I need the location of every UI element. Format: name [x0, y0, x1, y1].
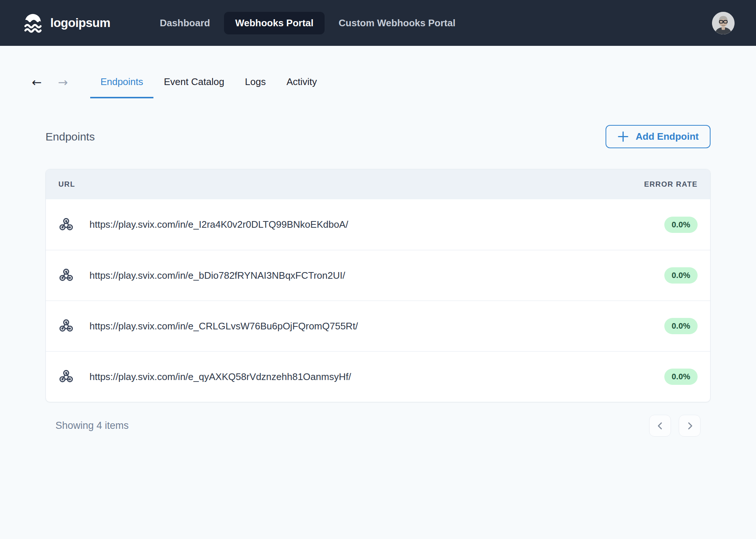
previous-page-button[interactable]: [649, 415, 671, 437]
error-rate-badge: 0.0%: [664, 217, 698, 233]
logo[interactable]: logoipsum: [21, 11, 110, 34]
endpoints-table: URL ERROR RATE: [45, 169, 711, 402]
page-title: Endpoints: [45, 130, 95, 143]
tab-activity[interactable]: Activity: [276, 75, 327, 98]
logo-text: logoipsum: [50, 16, 110, 30]
webhook-icon: [58, 268, 74, 283]
add-endpoint-label: Add Endpoint: [636, 131, 699, 142]
endpoint-url: https://play.svix.com/in/e_I2ra4K0v2r0DL…: [89, 219, 348, 230]
pagination: [649, 415, 701, 437]
error-rate-badge: 0.0%: [664, 267, 698, 284]
tab-event-catalog[interactable]: Event Catalog: [153, 75, 234, 98]
error-rate-badge: 0.0%: [664, 318, 698, 334]
plus-icon: [617, 131, 629, 142]
table-header: URL ERROR RATE: [46, 169, 710, 199]
avatar[interactable]: [712, 12, 735, 34]
table-row[interactable]: https://play.svix.com/in/e_I2ra4K0v2r0DL…: [46, 199, 710, 250]
chevron-right-icon: [685, 421, 695, 431]
table-row[interactable]: https://play.svix.com/in/e_qyAXKQ58rVdzn…: [46, 351, 710, 402]
tab-bar: ← → Endpoints Event Catalog Logs Activit…: [0, 75, 756, 98]
column-header-error-rate: ERROR RATE: [644, 180, 698, 189]
nav-item-dashboard[interactable]: Dashboard: [149, 12, 221, 34]
primary-nav: Dashboard Webhooks Portal Custom Webhook…: [149, 12, 467, 34]
next-page-button[interactable]: [679, 415, 701, 437]
main-content: Endpoints Add Endpoint URL ERROR RATE: [0, 125, 756, 437]
webhook-icon: [58, 318, 74, 334]
top-navbar: logoipsum Dashboard Webhooks Portal Cust…: [0, 0, 756, 46]
error-rate-badge: 0.0%: [664, 369, 698, 385]
items-count-summary: Showing 4 items: [55, 420, 129, 431]
tab-logs[interactable]: Logs: [235, 75, 276, 98]
endpoint-url: https://play.svix.com/in/e_qyAXKQ58rVdzn…: [89, 371, 351, 383]
webhook-icon: [58, 217, 74, 233]
endpoint-url: https://play.svix.com/in/e_bDio782fRYNAI…: [89, 270, 345, 281]
logo-waves-icon: [21, 11, 44, 34]
back-button[interactable]: ←: [32, 76, 42, 98]
endpoint-url: https://play.svix.com/in/e_CRLGLvsW76Bu6…: [89, 321, 358, 332]
forward-button[interactable]: →: [58, 76, 68, 98]
user-photo-icon: [712, 12, 735, 34]
column-header-url: URL: [58, 180, 75, 189]
webhook-icon: [58, 369, 74, 384]
tab-endpoints[interactable]: Endpoints: [90, 75, 154, 98]
table-footer: Showing 4 items: [45, 415, 711, 437]
table-row[interactable]: https://play.svix.com/in/e_bDio782fRYNAI…: [46, 250, 710, 301]
nav-item-custom-webhooks-portal[interactable]: Custom Webhooks Portal: [328, 12, 467, 34]
nav-item-webhooks-portal[interactable]: Webhooks Portal: [224, 12, 325, 34]
chevron-left-icon: [655, 421, 665, 431]
table-row[interactable]: https://play.svix.com/in/e_CRLGLvsW76Bu6…: [46, 301, 710, 351]
tabs: Endpoints Event Catalog Logs Activity: [90, 75, 328, 98]
add-endpoint-button[interactable]: Add Endpoint: [606, 125, 711, 148]
